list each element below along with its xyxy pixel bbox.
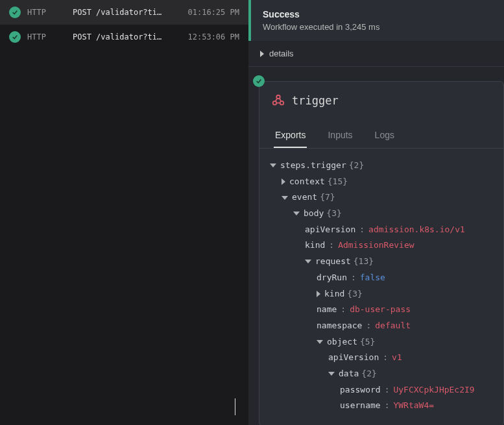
- chevron-down-icon: [317, 340, 323, 344]
- tree-leaf[interactable]: kind: AdmissionReview: [270, 237, 493, 254]
- chevron-right-icon: [282, 178, 285, 185]
- trigger-tabs: Exports Inputs Logs: [259, 123, 503, 149]
- exports-tree: steps.trigger {2} context {15} event {7}…: [259, 149, 503, 418]
- chevron-down-icon: [305, 260, 311, 263]
- chevron-down-icon: [270, 164, 276, 167]
- detail-panel: Success Workflow executed in 3,245 ms de…: [248, 0, 504, 425]
- success-check-icon: [253, 75, 265, 87]
- success-title: Success: [263, 9, 492, 19]
- tree-leaf[interactable]: name: db-user-pass: [270, 302, 493, 318]
- tree-leaf[interactable]: username: YWRtaW4=: [270, 398, 493, 414]
- event-log-panel: HTTP POST /validator?ti… 01:16:25 PM HTT…: [0, 0, 248, 425]
- trigger-title: trigger: [292, 94, 339, 107]
- tree-leaf[interactable]: dryRun: false: [270, 270, 493, 286]
- tree-node[interactable]: steps.trigger {2}: [270, 158, 493, 174]
- tree-node[interactable]: context {15}: [270, 174, 493, 190]
- details-label: details: [269, 49, 294, 58]
- chevron-down-icon: [293, 212, 300, 215]
- chevron-down-icon: [328, 372, 335, 376]
- log-row[interactable]: HTTP POST /validator?ti… 01:16:25 PM: [0, 0, 248, 25]
- tree-leaf[interactable]: apiVersion: v1: [270, 350, 493, 366]
- success-check-icon: [9, 31, 21, 43]
- trigger-header: trigger: [259, 82, 503, 118]
- log-path: POST /validator?ti…: [73, 32, 182, 42]
- webhook-icon: [271, 93, 285, 108]
- text-cursor: [235, 398, 235, 415]
- chevron-right-icon: [317, 291, 320, 297]
- log-row[interactable]: HTTP POST /validator?ti… 12:53:06 PM: [0, 25, 248, 49]
- tree-node[interactable]: object {5}: [270, 334, 493, 350]
- tab-inputs[interactable]: Inputs: [326, 123, 354, 148]
- log-path: POST /validator?ti…: [73, 8, 182, 17]
- success-banner: Success Workflow executed in 3,245 ms: [248, 0, 504, 41]
- tree-leaf[interactable]: apiVersion: admission.k8s.io/v1: [270, 222, 493, 238]
- chevron-right-icon: [260, 51, 264, 57]
- chevron-down-icon: [282, 196, 288, 200]
- tree-node[interactable]: request {13}: [270, 254, 493, 270]
- tree-leaf[interactable]: password: UyFCXCpkJHpEc2I9: [270, 382, 493, 398]
- log-protocol: HTTP: [27, 32, 66, 42]
- log-protocol: HTTP: [27, 8, 66, 17]
- log-time: 12:53:06 PM: [188, 32, 239, 42]
- tree-node[interactable]: event {7}: [270, 189, 493, 206]
- tree-node[interactable]: body {3}: [270, 206, 493, 222]
- details-toggle[interactable]: details: [248, 41, 504, 67]
- tree-leaf[interactable]: namespace: default: [270, 318, 493, 334]
- success-subtitle: Workflow executed in 3,245 ms: [263, 22, 492, 32]
- log-time: 01:16:25 PM: [188, 8, 239, 17]
- success-check-icon: [9, 6, 21, 18]
- tree-node[interactable]: data {2}: [270, 366, 493, 382]
- tree-node[interactable]: kind {3}: [270, 286, 493, 302]
- trigger-card: trigger Exports Inputs Logs steps.trigge…: [259, 81, 504, 425]
- tab-logs[interactable]: Logs: [374, 123, 396, 148]
- tab-exports[interactable]: Exports: [274, 123, 307, 148]
